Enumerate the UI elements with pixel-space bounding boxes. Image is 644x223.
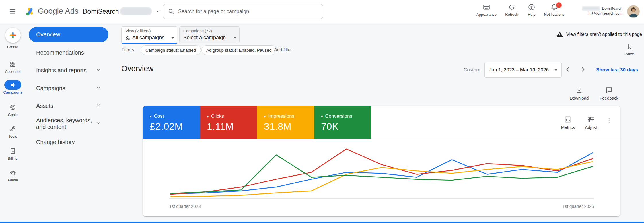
appearance-button[interactable]: Appearance	[473, 3, 500, 17]
scorecard-cost[interactable]: ▾Cost £2.02M	[143, 106, 200, 139]
rail-item-campaigns[interactable]: Campaigns	[0, 82, 26, 94]
rail-item-admin[interactable]: Admin	[0, 169, 26, 182]
scorecard-impressions[interactable]: ▾Impressions 31.8M	[257, 106, 314, 139]
date-range-caret-icon	[554, 69, 557, 71]
scorecard-label: Cost	[154, 113, 164, 119]
filter-chip-adgroup-status[interactable]: Ad group status: Enabled, Paused	[201, 45, 277, 55]
menu-icon[interactable]	[9, 8, 17, 15]
sidebar-campaigns-label: Campaigns	[36, 85, 65, 91]
chevron-down-icon[interactable]	[96, 85, 101, 90]
campaign-caret-icon	[234, 37, 236, 39]
scorecard-value: 31.8M	[264, 121, 291, 132]
filters-warning-text: View filters aren't applied to this page	[566, 32, 642, 37]
more-vert-icon[interactable]	[606, 117, 613, 124]
date-range-picker[interactable]: Jan 1, 2023 – Mar 19, 2026	[484, 62, 562, 78]
feedback-button[interactable]: Feedback	[597, 86, 621, 100]
feedback-icon	[605, 86, 613, 94]
google-ads-app: Google Ads DomiSearch Appearance Refresh…	[0, 0, 644, 223]
card-divider	[143, 139, 620, 139]
rail-item-accounts[interactable]: Accounts	[0, 61, 26, 74]
admin-gear-icon	[9, 169, 16, 176]
save-bookmark-icon	[626, 43, 633, 50]
scorecard-value: £2.02M	[150, 121, 183, 132]
scorecard-label: Conversions	[325, 113, 353, 119]
adjust-label: Adjust	[577, 125, 605, 130]
sidebar-item-assets[interactable]: Assets	[36, 103, 53, 109]
rail-label-billing: Billing	[0, 156, 26, 160]
scorecard-clicks[interactable]: ▾Clicks 1.11M	[200, 106, 257, 139]
feedback-label: Feedback	[597, 96, 621, 100]
search-icon	[168, 8, 174, 15]
accounts-icon	[9, 61, 16, 68]
sidebar-item-overview[interactable]: Overview	[29, 27, 108, 42]
rail-item-billing[interactable]: Billing	[0, 148, 26, 160]
sidebar-item-audiences[interactable]: Audiences, keywords, and content	[36, 117, 92, 130]
page-title: Overview	[121, 64, 154, 73]
download-icon	[575, 86, 583, 94]
sidebar-item-change-history[interactable]: Change history	[36, 139, 75, 146]
date-mode-label: Custom	[464, 67, 480, 73]
home-icon	[125, 35, 130, 40]
view-selector-value: All campaigns	[132, 35, 164, 41]
sidebar-item-insights-and-reports[interactable]: Insights and reports	[36, 67, 87, 74]
rail-label-admin: Admin	[0, 178, 26, 182]
chevron-right-icon[interactable]	[579, 65, 587, 73]
show-last-30-days-link[interactable]: Show last 30 days	[596, 67, 638, 73]
sidebar-recommendations-label: Recommendations	[36, 49, 84, 56]
redacted-account-label	[582, 6, 600, 11]
view-selector[interactable]: View (2 filters) All campaigns	[121, 26, 177, 44]
arrow-drop-down-icon: ▾	[264, 114, 266, 119]
download-button[interactable]: Download	[567, 86, 591, 100]
rail-label-accounts: Accounts	[0, 69, 26, 74]
campaign-selector[interactable]: Campaigns (72) Select a campaign	[179, 26, 240, 43]
filter-chip-text: Ad group status: Enabled, Paused	[206, 48, 272, 53]
scorecard-conversions[interactable]: ▾Conversions 70K	[314, 106, 371, 139]
account-switcher-caret-icon[interactable]	[156, 11, 159, 12]
window-edge-accent	[0, 222, 644, 223]
chevron-down-icon[interactable]	[96, 67, 101, 72]
save-button[interactable]: Save	[620, 43, 640, 56]
arrow-drop-down-icon: ▾	[321, 114, 323, 119]
adjust-button[interactable]: Adjust	[577, 116, 605, 130]
adjust-sliders-icon	[587, 116, 595, 123]
x-axis-label-end: 1st quarter 2026	[536, 204, 594, 209]
filters-label: Filters	[122, 47, 134, 53]
campaign-selector-value: Select a campaign	[183, 35, 226, 41]
global-search[interactable]	[163, 4, 323, 19]
appearance-label: Appearance	[473, 12, 500, 17]
rail-label-campaigns: Campaigns	[0, 90, 26, 94]
search-input[interactable]	[178, 8, 318, 15]
arrow-drop-down-icon: ▾	[207, 114, 209, 119]
rail-label-create: Create	[0, 45, 26, 49]
save-label: Save	[620, 52, 640, 56]
refresh-label: Refresh	[501, 12, 523, 17]
scorecard-label: Impressions	[268, 113, 295, 119]
rail-item-goals[interactable]: Goals	[0, 104, 26, 117]
overview-chart[interactable]	[169, 144, 594, 201]
chevron-down-icon[interactable]	[96, 121, 101, 126]
rail-item-create[interactable]: Create	[0, 28, 26, 49]
chevron-down-icon[interactable]	[96, 103, 101, 108]
sidebar-item-campaigns[interactable]: Campaigns	[36, 85, 65, 92]
notification-badge: !	[555, 2, 562, 9]
scorecard-label: Clicks	[211, 113, 224, 119]
help-button[interactable]: ? Help	[524, 3, 539, 17]
profile-email: hi@domisearch.com	[572, 11, 622, 16]
profile-name: DomiSearch	[602, 6, 622, 11]
chevron-left-icon[interactable]	[564, 65, 572, 73]
refresh-button[interactable]: Refresh	[501, 3, 523, 17]
rail-item-tools[interactable]: Tools	[0, 126, 26, 139]
sidebar-nav: Overview Recommendations Insights and re…	[26, 23, 111, 223]
add-filter-button[interactable]: Add filter	[274, 47, 292, 53]
campaign-selector-label: Campaigns (72)	[183, 29, 212, 33]
scorecard-value: 70K	[321, 121, 338, 132]
avatar[interactable]	[627, 5, 640, 18]
tools-icon	[9, 126, 16, 133]
sidebar-item-recommendations[interactable]: Recommendations	[36, 49, 84, 56]
account-name: DomiSearch	[83, 8, 119, 15]
plus-icon	[9, 32, 17, 39]
date-range-value: Jan 1, 2023 – Mar 19, 2026	[489, 67, 549, 73]
sidebar-audiences-label: Audiences, keywords, and content	[36, 117, 92, 130]
filter-chip-campaign-status[interactable]: Campaign status: Enabled	[141, 45, 201, 55]
notifications-button[interactable]: ! Notifications	[540, 3, 568, 17]
